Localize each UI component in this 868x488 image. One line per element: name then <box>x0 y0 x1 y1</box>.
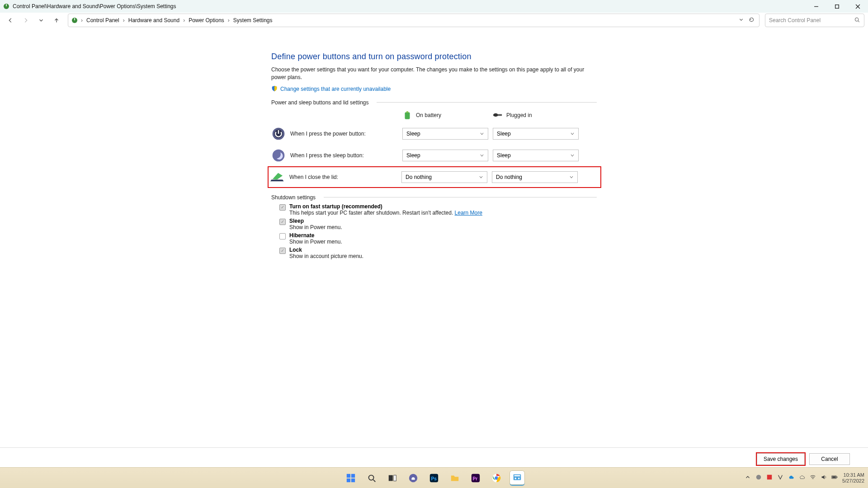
content-area: Define power buttons and turn on passwor… <box>271 52 597 259</box>
power-icon <box>271 127 286 141</box>
taskbar: Ps Pr 10:31 AM 5/27/2022 <box>0 467 868 488</box>
option-hibernate: Hibernate Show in Power menu. <box>279 232 597 245</box>
tray-chevron-icon[interactable] <box>745 474 751 482</box>
option-lock: ✓ Lock Show in account picture menu. <box>279 247 597 259</box>
column-battery: On battery <box>402 110 493 120</box>
svg-line-9 <box>858 20 859 22</box>
svg-rect-11 <box>406 111 408 113</box>
chevron-right-icon: › <box>228 17 230 23</box>
chrome-icon[interactable] <box>489 470 504 486</box>
sleep-button-battery-select[interactable]: Sleep <box>402 150 488 161</box>
tray-clock[interactable]: 10:31 AM 5/27/2022 <box>842 472 864 483</box>
taskbar-search-icon[interactable] <box>364 470 379 486</box>
back-button[interactable] <box>4 14 17 27</box>
row-sleep-button-label: When I press the sleep button: <box>286 152 402 159</box>
title-bar: Control Panel\Hardware and Sound\Power O… <box>0 0 868 13</box>
search-input[interactable]: Search Control Panel <box>765 14 864 27</box>
svg-rect-10 <box>405 112 410 119</box>
sleep-sub: Show in Power menu. <box>289 224 342 230</box>
tray-app-icon[interactable] <box>777 474 783 482</box>
fast-startup-sub: This helps start your PC faster after sh… <box>289 210 482 216</box>
control-panel-taskbar-icon[interactable] <box>509 470 525 486</box>
wifi-icon[interactable] <box>810 474 816 482</box>
lock-sub: Show in account picture menu. <box>289 253 363 259</box>
svg-point-12 <box>493 113 498 117</box>
refresh-icon[interactable] <box>749 17 755 24</box>
minimize-button[interactable] <box>806 0 826 13</box>
save-button[interactable]: Save changes <box>757 453 805 465</box>
up-button[interactable] <box>50 14 63 27</box>
page-heading: Define power buttons and turn on passwor… <box>271 52 597 61</box>
svg-rect-40 <box>832 476 836 478</box>
power-options-icon <box>71 17 78 24</box>
breadcrumb-item[interactable]: Hardware and Sound <box>127 17 180 23</box>
svg-point-8 <box>855 18 858 21</box>
svg-rect-39 <box>837 476 838 478</box>
svg-point-36 <box>756 475 761 480</box>
svg-rect-33 <box>514 475 520 476</box>
svg-point-35 <box>518 478 520 479</box>
svg-point-21 <box>369 475 374 480</box>
svg-point-34 <box>515 478 517 479</box>
svg-rect-13 <box>498 114 502 116</box>
teams-icon[interactable] <box>406 470 421 486</box>
sleep-button-plugged-select[interactable]: Sleep <box>493 150 579 161</box>
section-power-label: Power and sleep buttons and lid settings <box>271 99 597 106</box>
svg-rect-24 <box>394 475 396 481</box>
svg-rect-20 <box>351 478 355 482</box>
chevron-right-icon: › <box>123 17 125 23</box>
search-placeholder: Search Control Panel <box>769 17 821 23</box>
shield-icon <box>271 85 278 93</box>
sleep-checkbox[interactable]: ✓ <box>279 219 286 225</box>
lock-checkbox[interactable]: ✓ <box>279 248 286 254</box>
task-view-icon[interactable] <box>385 470 400 486</box>
start-button[interactable] <box>343 470 359 486</box>
sleep-title: Sleep <box>289 218 304 224</box>
svg-rect-23 <box>389 475 393 481</box>
navigation-row: › Control Panel › Hardware and Sound › P… <box>0 13 868 28</box>
row-power-button-label: When I press the power button: <box>286 131 402 137</box>
svg-rect-17 <box>347 474 350 477</box>
power-button-battery-select[interactable]: Sleep <box>402 128 488 140</box>
close-button[interactable] <box>847 0 868 13</box>
learn-more-link[interactable]: Learn More <box>455 210 482 216</box>
fast-startup-checkbox[interactable]: ✓ <box>279 204 286 211</box>
volume-icon[interactable] <box>821 474 827 482</box>
column-plugged-label: Plugged in <box>506 112 532 118</box>
svg-text:Ps: Ps <box>431 476 437 481</box>
tray-app-icon[interactable] <box>755 474 762 482</box>
unlock-settings-link[interactable]: Change settings that are currently unava… <box>280 86 391 92</box>
section-shutdown-label: Shutdown settings <box>271 194 597 201</box>
close-lid-plugged-select[interactable]: Do nothing <box>492 171 578 183</box>
forward-button[interactable] <box>19 14 33 27</box>
svg-rect-19 <box>347 478 350 482</box>
chevron-down-icon[interactable] <box>738 17 744 24</box>
cancel-button[interactable]: Cancel <box>809 453 850 465</box>
hibernate-checkbox[interactable] <box>279 233 286 239</box>
column-battery-label: On battery <box>416 112 441 118</box>
close-lid-battery-select[interactable]: Do nothing <box>401 171 487 183</box>
recent-locations-button[interactable] <box>34 14 48 27</box>
lock-title: Lock <box>289 247 302 253</box>
power-button-plugged-select[interactable]: Sleep <box>493 128 579 140</box>
photoshop-icon[interactable]: Ps <box>426 470 442 486</box>
row-close-lid-label: When I close the lid: <box>285 174 401 180</box>
fast-startup-title: Turn on fast startup (recommended) <box>289 203 382 210</box>
file-explorer-icon[interactable] <box>447 470 462 486</box>
address-bar[interactable]: › Control Panel › Hardware and Sound › P… <box>68 14 760 27</box>
hibernate-sub: Show in Power menu. <box>289 239 342 245</box>
battery-tray-icon[interactable] <box>831 474 838 482</box>
svg-rect-37 <box>767 475 772 480</box>
breadcrumb-item[interactable]: Power Options <box>188 17 225 23</box>
footer: Save changes Cancel <box>0 447 868 470</box>
onedrive-icon[interactable] <box>788 474 794 482</box>
row-sleep-button: When I press the sleep button: Sleep Sle… <box>271 145 597 166</box>
premiere-icon[interactable]: Pr <box>468 470 483 486</box>
svg-line-22 <box>373 479 376 482</box>
breadcrumb-item[interactable]: Control Panel <box>85 17 120 23</box>
power-options-icon <box>3 3 10 10</box>
breadcrumb-item[interactable]: System Settings <box>232 17 274 23</box>
cloud-icon[interactable] <box>799 474 805 482</box>
tray-app-icon[interactable] <box>766 474 773 482</box>
maximize-button[interactable] <box>826 0 847 13</box>
